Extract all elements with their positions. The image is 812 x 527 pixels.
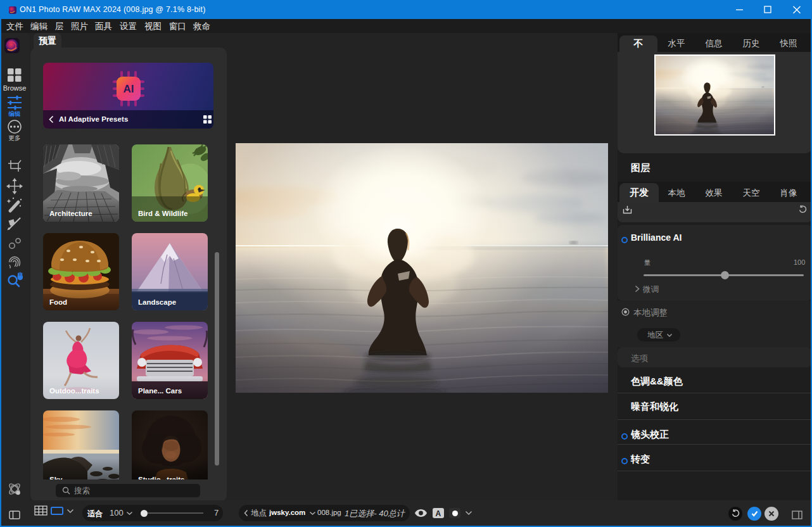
svg-text:AI: AI (124, 83, 134, 95)
svg-text:编辑: 编辑 (8, 110, 22, 117)
svg-text:Browse: Browse (3, 84, 27, 92)
svg-text:更多: 更多 (9, 134, 21, 141)
